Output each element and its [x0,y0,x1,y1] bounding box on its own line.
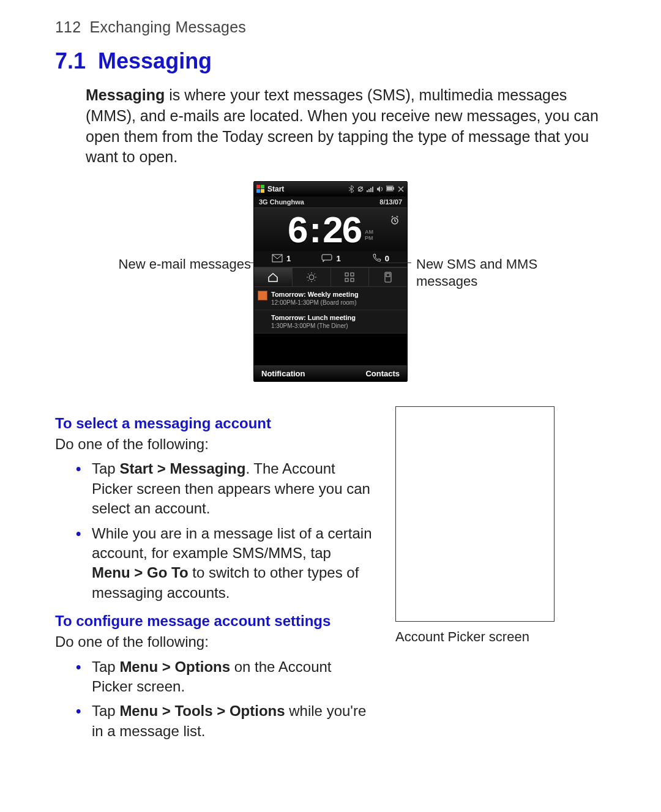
event-item: Tomorrow: Lunch meeting 1:30PM-3:00PM (T… [254,310,407,333]
calendar-icon [258,291,267,300]
sms-counter: 1 [321,254,340,263]
figure-caption: Account Picker screen [395,629,561,645]
svg-rect-9 [393,187,394,190]
device-screenshot: Start 3G Chunghwa 8/13/07 [253,181,408,382]
list-text: Tap [92,658,119,675]
speech-bubble-icon [321,254,332,263]
device-titlebar: Start [254,182,407,196]
list-item: While you are in a message list of a cer… [76,524,373,603]
svg-rect-16 [351,273,354,276]
callout-email: New e-mail messages [86,256,251,273]
svg-rect-0 [256,185,260,188]
svg-rect-18 [351,278,354,281]
sync-icon [357,185,364,193]
sms-count: 1 [336,254,340,263]
signal-icon [367,185,374,193]
running-header: 112 Exchanging Messages [55,18,606,36]
mail-counter: 1 [272,254,291,263]
bluetooth-icon [348,185,354,193]
config-list: Tap Menu > Options on the Account Picker… [76,657,373,742]
phone-icon [372,253,381,263]
list-bold: Start > Messaging [119,460,245,477]
event-sub: 1:30PM-3:00PM (The Diner) [271,322,402,329]
callout-sms: New SMS and MMS messages [416,256,569,289]
mail-count: 1 [286,254,291,263]
list-item: Tap Menu > Tools > Options while you're … [76,701,373,741]
svg-rect-1 [261,185,264,188]
list-item: Tap Start > Messaging. The Account Picke… [76,459,373,518]
svg-rect-20 [386,274,390,277]
status-icon-strip [348,185,405,193]
list-item: Tap Menu > Options on the Account Picker… [76,657,373,697]
intro-lead: Messaging [86,86,165,103]
text-column: To select a messaging account Do one of … [55,405,373,747]
alarm-icon [390,215,400,227]
titlebar-text: Start [267,185,284,193]
sun-icon [306,272,317,283]
list-text: Tap [92,702,119,719]
carrier-label: 3G Chunghwa [259,198,304,206]
lower-columns: To select a messaging account Do one of … [55,405,606,747]
svg-point-14 [309,275,314,280]
section-number: 7.1 [55,48,86,73]
intro-paragraph: Messaging is where your text messages (S… [86,85,606,168]
calls-counter: 0 [372,253,389,263]
event-sub: 12:00PM-1:30PM (Board room) [271,299,402,306]
tab-apps [331,268,370,286]
select-lead: Do one of the following: [55,434,373,454]
softkey-left: Notification [261,369,305,378]
list-text: Tap [92,460,119,477]
volume-icon [376,185,384,193]
device-status-line: 3G Chunghwa 8/13/07 [254,196,407,208]
svg-rect-6 [370,188,372,192]
windows-flag-icon [256,185,265,193]
tab-home [254,268,293,286]
clock-panel: 6 : 26 AM PM [254,208,407,251]
event-item: Tomorrow: Weekly meeting 12:00PM-1:30PM … [254,287,407,310]
close-icon [397,185,405,193]
list-bold: Menu > Go To [92,564,189,581]
list-bold: Menu > Tools > Options [119,702,285,719]
section-title: Messaging [98,48,212,73]
launcher-tabs [254,267,407,287]
clock-minutes: 26 [323,212,361,248]
svg-rect-13 [322,255,332,260]
apps-grid-icon [344,272,355,283]
clock-ampm: AM PM [365,229,373,242]
svg-rect-17 [345,278,348,281]
pm-label: PM [365,236,373,242]
chapter-name: Exchanging Messages [90,18,246,35]
svg-rect-3 [261,189,264,193]
softkey-right: Contacts [365,369,400,378]
page-number: 112 [55,18,81,35]
counters-row: 1 1 0 [254,251,407,267]
date-label: 8/13/07 [379,198,402,206]
tab-weather [293,268,331,286]
config-lead: Do one of the following: [55,632,373,652]
event-title: Tomorrow: Lunch meeting [271,314,402,321]
svg-rect-10 [387,187,392,190]
callout-line-right [379,263,411,263]
select-list: Tap Start > Messaging. The Account Picke… [76,459,373,603]
event-title: Tomorrow: Weekly meeting [271,291,402,298]
music-player-icon [384,272,392,283]
section-heading: 7.1 Messaging [55,48,606,74]
account-picker-placeholder [395,406,555,622]
subhead-config: To configure message account settings [55,613,373,630]
events-list: Tomorrow: Weekly meeting 12:00PM-1:30PM … [254,287,407,333]
calls-count: 0 [385,254,389,263]
list-bold: Menu > Options [119,658,230,675]
clock-sep: : [309,212,320,248]
mail-icon [272,254,283,263]
device-figure: New e-mail messages Start 3G Chunghwa [55,181,606,383]
clock-hours: 6 [288,212,307,248]
softkey-bar: Notification Contacts [254,365,407,381]
clock-display: 6 : 26 AM PM [259,212,402,248]
document-page: 112 Exchanging Messages 7.1 Messaging Me… [0,0,661,812]
tab-music [369,268,407,286]
figure-column: Account Picker screen [395,405,561,658]
svg-rect-15 [345,273,348,276]
svg-rect-2 [256,189,260,193]
svg-rect-4 [367,190,368,192]
subhead-select: To select a messaging account [55,415,373,432]
